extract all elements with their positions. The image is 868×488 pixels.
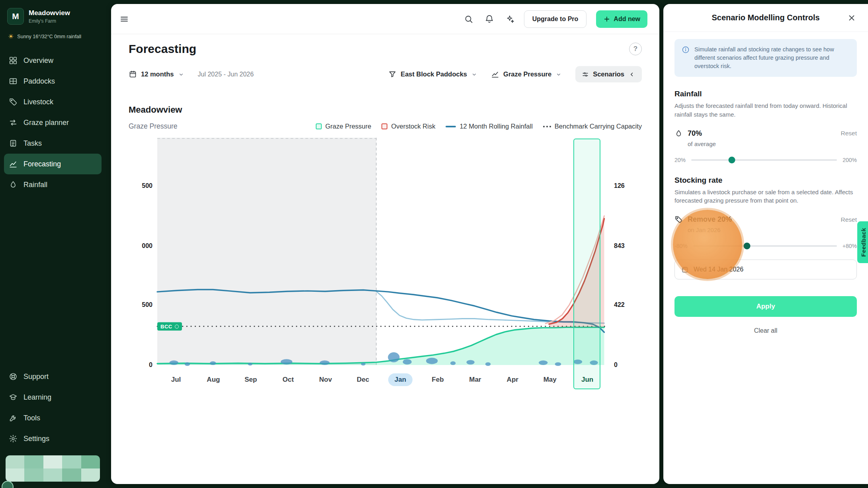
feedback-tab[interactable]: Feedback [857, 221, 868, 263]
y-axis-tick-right: 0 [614, 361, 618, 369]
month-label-aug: Aug [195, 371, 232, 389]
rain-event-dot [248, 363, 252, 365]
rain-event-dot [361, 363, 366, 365]
rainfall-section-heading: Rainfall [674, 90, 857, 98]
stocking-date-field[interactable]: Wed 14 Jan 2026 [674, 260, 857, 279]
stocking-slider-max: +80% [843, 243, 857, 249]
notifications-bell-icon[interactable] [483, 12, 496, 26]
search-icon[interactable] [462, 12, 475, 26]
sliders-icon [582, 71, 589, 78]
sidebar-item-overview[interactable]: Overview [0, 50, 106, 71]
clear-all-button[interactable]: Clear all [754, 327, 778, 334]
sparkles-ai-icon[interactable] [503, 12, 517, 26]
month-label-sep: Sep [232, 371, 270, 389]
rain-event-dot [281, 359, 292, 365]
filter-bar: 12 months Jul 2025 - Jun 2026 East Block… [111, 66, 659, 82]
legend-overstock-risk[interactable]: Overstock Risk [381, 123, 435, 130]
graze-pressure-swatch [316, 123, 322, 129]
sidebar-item-settings[interactable]: Settings [0, 428, 106, 449]
hamburger-menu-button[interactable] [117, 12, 131, 26]
legend-label: Overstock Risk [391, 123, 435, 130]
droplet-icon [674, 129, 683, 138]
tools-icon [9, 414, 18, 422]
sidebar-item-rainfall[interactable]: Rainfall [0, 174, 106, 195]
y-axis-tick-right: 843 [614, 242, 625, 250]
farm-name: Meadowview [29, 9, 70, 17]
farm-switcher[interactable]: M Meadowview Emily's Farm [0, 6, 106, 27]
sidebar-item-label: Tools [23, 414, 40, 422]
page-title: Forecasting [129, 42, 196, 56]
rainfall-slider-knob[interactable] [728, 156, 735, 163]
time-range-dropdown[interactable]: 12 months [129, 70, 184, 78]
calendar-icon [681, 266, 689, 273]
sidebar-item-livestock[interactable]: Livestock [0, 92, 106, 112]
tasks-icon [9, 139, 18, 148]
legend-benchmark-capacity[interactable]: Benchmark Carrying Capacity [543, 123, 642, 130]
close-icon[interactable] [847, 12, 859, 24]
sidebar-item-tools[interactable]: Tools [0, 408, 106, 428]
scenarios-toggle-button[interactable]: Scenarios [575, 66, 642, 82]
stocking-slider-knob[interactable] [744, 243, 751, 250]
sidebar-item-label: Forecasting [23, 160, 61, 168]
benchmark-dots-swatch [543, 126, 551, 127]
legend-graze-pressure[interactable]: Graze Pressure [316, 123, 371, 130]
farm-logo: M [7, 8, 24, 25]
chart-legend: Graze Pressure Overstock Risk 12 Month R… [316, 123, 642, 130]
add-new-label: Add new [614, 16, 640, 23]
sidebar-item-forecasting[interactable]: Forecasting [4, 154, 102, 174]
month-label-apr: Apr [494, 371, 531, 389]
stocking-slider-track[interactable] [693, 245, 837, 247]
scenario-panel: Scenario Modelling Controls Simulate rai… [663, 4, 868, 484]
y-axis-left: 5000005000 [129, 138, 152, 365]
paddocks-filter-dropdown[interactable]: East Block Paddocks [388, 70, 477, 78]
sidebar-item-paddocks[interactable]: Paddocks [0, 71, 106, 92]
sidebar-nav: Overview Paddocks Livestock Graze planne… [0, 50, 106, 195]
sidebar-item-graze-planner[interactable]: Graze planner [0, 112, 106, 133]
farm-subtitle: Emily's Farm [29, 18, 70, 24]
rain-event-dot [485, 362, 491, 366]
upgrade-to-pro-button[interactable]: Upgrade to Pro [524, 10, 587, 28]
learning-icon [9, 393, 18, 402]
rainfall-section-desc: Adjusts the forecasted rainfall trend fr… [674, 102, 857, 119]
paddocks-filter-label: East Block Paddocks [401, 70, 467, 78]
stocking-slider-min: -80% [674, 243, 688, 249]
help-icon[interactable]: ? [629, 43, 642, 55]
avatar[interactable] [2, 481, 14, 488]
month-label-nov: Nov [307, 371, 344, 389]
apply-button[interactable]: Apply [674, 296, 857, 317]
x-axis-months: JulAugSepOctNovDecJanFebMarAprMayJun [157, 371, 606, 389]
sidebar-item-label: Tasks [23, 139, 42, 148]
y-axis-tick-right: 422 [614, 301, 625, 308]
sidebar-item-support[interactable]: Support [0, 366, 106, 387]
rain-event-dot [450, 361, 456, 365]
month-label-mar: Mar [456, 371, 494, 389]
info-banner: Simulate rainfall and stocking rate chan… [674, 39, 857, 77]
rain-event-dot [590, 361, 598, 365]
y-axis-tick-left: 500 [142, 301, 152, 308]
rain-event-dot [403, 359, 412, 365]
rainfall-slider-track[interactable] [691, 159, 837, 161]
y-axis-right: 1268434220 [610, 138, 642, 365]
rain-event-dot [573, 359, 583, 364]
user-profile-blurred[interactable] [6, 455, 100, 482]
weather-status: ☀ Sunny 16°/32°C 0mm rainfall [0, 27, 106, 40]
rainfall-reset-button[interactable]: Reset [841, 130, 857, 137]
add-new-button[interactable]: Add new [596, 10, 647, 28]
legend-label: Benchmark Carrying Capacity [555, 123, 642, 130]
legend-rolling-rainfall[interactable]: 12 Month Rolling Rainfall [446, 123, 532, 130]
sidebar-item-label: Paddocks [23, 77, 55, 86]
rain-event-dot [539, 361, 548, 365]
weather-text: Sunny 16°/32°C 0mm rainfall [17, 34, 81, 39]
support-icon [9, 372, 18, 381]
metric-dropdown[interactable]: Graze Pressure [491, 70, 562, 78]
y-axis-tick-left: 0 [149, 361, 152, 369]
stocking-section-heading: Stocking rate [674, 176, 857, 185]
sidebar-item-tasks[interactable]: Tasks [0, 133, 106, 154]
stocking-reset-button[interactable]: Reset [841, 216, 857, 223]
forecast-chart-card: Meadowview Graze Pressure Graze Pressure… [111, 105, 659, 396]
topbar: Upgrade to Pro Add new [111, 4, 659, 34]
stocking-slider: -80% +80% [674, 243, 857, 249]
sidebar-item-learning[interactable]: Learning [0, 387, 106, 408]
chevron-down-icon [471, 71, 477, 78]
y-axis-tick-left: 500 [142, 182, 152, 189]
